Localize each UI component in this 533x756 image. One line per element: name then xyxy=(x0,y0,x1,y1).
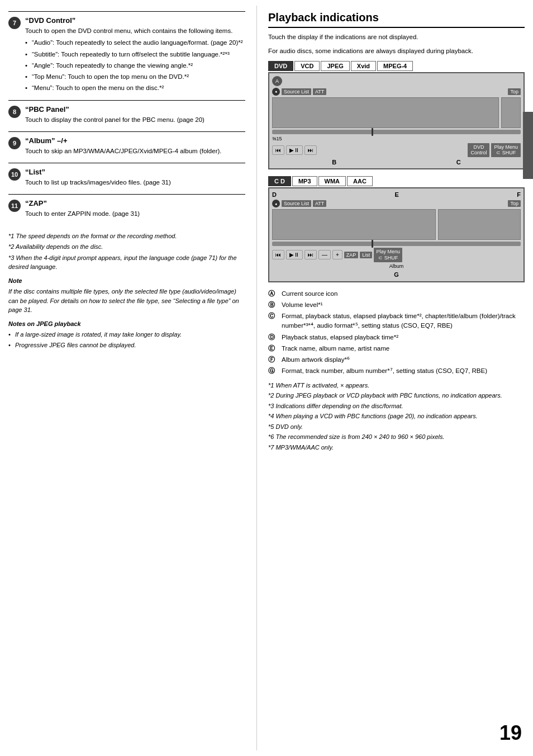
source-circle-a: A xyxy=(272,76,282,86)
tab-aac[interactable]: AAC xyxy=(347,176,373,186)
bullet-7-4: “Top Menu”: Touch to open the top menu o… xyxy=(25,72,245,82)
plus-btn[interactable]: + xyxy=(332,250,342,259)
format-tabs-bottom: C D MP3 WMA AAC xyxy=(268,176,525,186)
def-labels-top: D E F xyxy=(272,191,521,198)
footnote-3: *3 When the 4-digit input prompt appears… xyxy=(8,253,245,272)
playpause-btn[interactable]: ▶⏸ xyxy=(286,145,303,155)
att-btn-top[interactable]: ATT xyxy=(313,88,326,95)
list-btn[interactable]: List xyxy=(360,252,372,258)
playpause-btn-bottom[interactable]: ▶⏸ xyxy=(286,250,303,259)
source-icon-top[interactable]: ● xyxy=(272,88,280,96)
legend-list: Ⓐ Current source icon Ⓑ Volume level*¹ Ⓒ… xyxy=(268,289,525,376)
top-btn-bottom[interactable]: Top xyxy=(508,200,521,207)
source-icon-bottom[interactable]: ● xyxy=(272,200,280,207)
section-desc-10: Touch to list up tracks/images/video fil… xyxy=(25,178,245,187)
tab-xvid[interactable]: Xvid xyxy=(351,61,376,71)
label-b: B xyxy=(332,159,336,166)
bottom-panel: D E F ● Source List ATT Top xyxy=(268,187,525,282)
section-desc-8: Touch to display the control panel for t… xyxy=(25,115,245,125)
right-column: Playback indications Touch the display i… xyxy=(257,6,533,750)
legend-e: Ⓔ Track name, album name, artist name xyxy=(268,344,525,353)
fastfwd-btn-bottom[interactable]: ⏭ xyxy=(304,250,317,259)
transport-row-bottom: ⏮ ▶⏸ ⏭ — + ZAP List Play Menu⊂ SHUF xyxy=(272,248,521,262)
source-list-btn-top[interactable]: Source List xyxy=(282,88,311,95)
tab-mpeg4[interactable]: MPEG-4 xyxy=(377,61,413,71)
top-btn-top[interactable]: Top xyxy=(508,88,521,95)
bullet-list-7: “Audio”: Touch repeatedly to select the … xyxy=(25,38,245,93)
section-content-11: “ZAP” Touch to enter ZAPPIN mode. (page … xyxy=(25,199,245,221)
section-10: 10 “List” Touch to list up tracks/images… xyxy=(8,163,245,194)
tab-wma[interactable]: WMA xyxy=(318,176,346,186)
format-tabs-top: DVD VCD JPEG Xvid MPEG-4 xyxy=(268,61,525,71)
legend-d: Ⓓ Playback status, elapsed playback time… xyxy=(268,333,525,342)
tab-mp3[interactable]: MP3 xyxy=(292,176,317,186)
right-title: Playback indications xyxy=(268,11,525,28)
right-fn-5: *5 DVD only. xyxy=(268,422,525,432)
top-display-section: DVD VCD JPEG Xvid MPEG-4 A ● Source List… xyxy=(268,61,525,170)
legend-b: Ⓑ Volume level*¹ xyxy=(268,300,525,310)
side-bar xyxy=(523,112,533,179)
section-title-8: “PBC Panel” xyxy=(25,105,245,114)
play-menu-btn-bottom[interactable]: Play Menu⊂ SHUF xyxy=(374,248,402,262)
tab-cd[interactable]: C D xyxy=(268,176,291,186)
right-fn-4: *4 When playing a VCD with PBC functions… xyxy=(268,412,525,421)
rewind-btn[interactable]: ⏮ xyxy=(272,145,284,155)
section-8: 8 “PBC Panel” Touch to display the contr… xyxy=(8,100,245,131)
legend-key-b: Ⓑ xyxy=(268,300,279,310)
legend-key-c: Ⓒ xyxy=(268,311,279,321)
tab-dvd[interactable]: DVD xyxy=(268,61,293,71)
legend-a: Ⓐ Current source icon xyxy=(268,289,525,299)
tab-jpeg[interactable]: JPEG xyxy=(321,61,349,71)
bullet-7-3: “Angle”: Touch repeatedly to change the … xyxy=(25,61,245,70)
section-content-9: “Album” –/+ Touch to skip an MP3/WMA/AAC… xyxy=(25,136,245,158)
section-title-11: “ZAP” xyxy=(25,199,245,207)
bottom-display-section: C D MP3 WMA AAC D E F ● Source List AT xyxy=(268,176,525,282)
section-num-10: 10 xyxy=(8,168,21,181)
g-label: G xyxy=(272,271,521,278)
right-fn-7: *7 MP3/WMA/AAC only. xyxy=(268,443,525,452)
play-menu-btn-top[interactable]: Play Menu⊂ SHUF xyxy=(491,143,521,158)
label-f: F xyxy=(517,191,521,198)
bc-labels: B C xyxy=(272,159,521,166)
fastfwd-btn[interactable]: ⏭ xyxy=(304,145,317,155)
screen-side-top xyxy=(501,97,521,128)
bullet-7-5: “Menu”: Touch to open the menu on the di… xyxy=(25,83,245,93)
legend-key-g: Ⓖ xyxy=(268,366,279,376)
subnote-bullet-1: If a large-sized image is rotated, it ma… xyxy=(8,330,245,339)
note-title: Note xyxy=(8,276,245,286)
label-g: G xyxy=(394,271,399,278)
section-title-10: “List” xyxy=(25,168,245,176)
section-title-7: “DVD Control” xyxy=(25,16,245,25)
source-list-btn-bottom[interactable]: Source List xyxy=(282,200,311,207)
legend-c: Ⓒ Format, playback status, elapsed playb… xyxy=(268,311,525,331)
tab-vcd[interactable]: VCD xyxy=(294,61,320,71)
att-btn-bottom[interactable]: ATT xyxy=(313,200,326,207)
bullet-7-2: “Subtitle”: Touch repeatedly to turn off… xyxy=(25,50,245,59)
zap-btn[interactable]: ZAP xyxy=(344,252,359,258)
progress-bar-bottom xyxy=(272,242,521,246)
legend-g: Ⓖ Format, track number, album number*⁷, … xyxy=(268,366,525,376)
subnote-bullet-2: Progressive JPEG files cannot be display… xyxy=(8,341,245,350)
rewind-btn-bottom[interactable]: ⏮ xyxy=(272,250,284,259)
intro-1: Touch the display if the indications are… xyxy=(268,32,525,42)
legend-key-a: Ⓐ xyxy=(268,289,279,299)
progress-bar-top xyxy=(272,130,521,134)
legend-key-e: Ⓔ xyxy=(268,344,279,353)
minus-btn[interactable]: — xyxy=(318,250,331,259)
left-column: 7 “DVD Control” Touch to open the DVD co… xyxy=(0,6,257,750)
legend-f: Ⓕ Album artwork display*⁶ xyxy=(268,355,525,365)
note-body: If the disc contains multiple file types… xyxy=(8,287,245,315)
section-title-9: “Album” –/+ xyxy=(25,136,245,145)
label-e: E xyxy=(394,191,398,198)
top-panel: A ● Source List ATT Top xyxy=(268,72,525,170)
top-panel-button-row: ● Source List ATT Top xyxy=(272,88,521,96)
section-desc-11: Touch to enter ZAPPIN mode. (page 31) xyxy=(25,209,245,219)
dvd-control-btn[interactable]: DVDControl xyxy=(468,143,489,158)
section-content-10: “List” Touch to list up tracks/images/vi… xyxy=(25,168,245,190)
footnote-2: *2 Availability depends on the disc. xyxy=(8,242,245,252)
bottom-panel-button-row: ● Source List ATT Top xyxy=(272,200,521,207)
right-fn-6: *6 The recommended size is from 240 × 24… xyxy=(268,432,525,442)
intro-2: For audio discs, some indications are al… xyxy=(268,46,525,56)
section-num-9: 9 xyxy=(8,137,21,149)
section-num-7: 7 xyxy=(8,17,21,29)
